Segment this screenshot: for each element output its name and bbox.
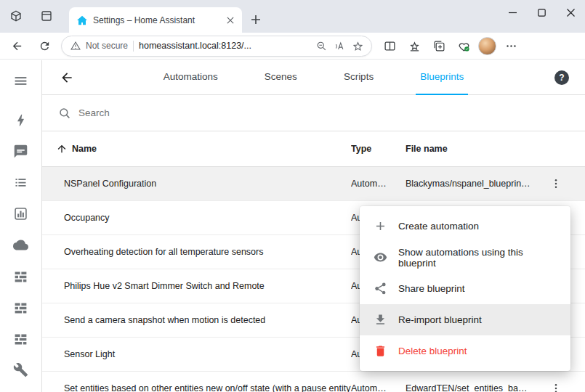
row-name: Send a camera snapshot when motion is de…: [42, 315, 351, 325]
developer-tools-icon[interactable]: [7, 355, 36, 384]
app-back-icon[interactable]: [57, 68, 77, 88]
help-icon[interactable]: ?: [554, 70, 569, 85]
toolbar-right: [379, 36, 521, 56]
history-icon[interactable]: [7, 199, 36, 228]
browser-toolbar: Not secure homeassistant.local:8123/...: [0, 33, 585, 60]
tab-scenes[interactable]: Scenes: [260, 60, 302, 95]
browser-essentials-icon[interactable]: [453, 36, 474, 56]
tab-blueprints[interactable]: Blueprints: [416, 60, 468, 95]
browser-window: Settings – Home Assistant: [0, 0, 585, 392]
column-type-label: Type: [351, 144, 371, 154]
tab-actions-icon[interactable]: [38, 7, 55, 25]
row-overflow-menu-icon[interactable]: [547, 175, 565, 192]
menu-item-label: Re-import blueprint: [398, 314, 482, 325]
todo-list-icon[interactable]: [7, 168, 36, 197]
security-label[interactable]: Not secure: [86, 41, 128, 51]
back-icon[interactable]: [6, 35, 28, 57]
table-row[interactable]: NSPanel Configuration Autom… Blackymas/n…: [42, 167, 585, 201]
menu-item-show-automations[interactable]: Show automations using this blueprint: [360, 242, 570, 273]
table-row[interactable]: Set entities based on other entities new…: [42, 372, 585, 392]
search-icon: [58, 107, 71, 120]
tab-automations-label: Automations: [164, 71, 218, 82]
refresh-icon[interactable]: [33, 35, 55, 57]
tab-scripts[interactable]: Scripts: [339, 60, 378, 95]
not-secure-warning-icon: [70, 41, 81, 51]
workspaces-icon[interactable]: [7, 7, 25, 25]
cloud-icon[interactable]: [7, 230, 36, 259]
row-file: Blackymas/nspanel_blueprin…: [406, 179, 540, 189]
url-text[interactable]: homeassistant.local:8123/...: [139, 41, 310, 51]
tab-close-icon[interactable]: [225, 15, 236, 26]
column-name-label: Name: [72, 144, 97, 154]
eye-icon: [373, 250, 387, 265]
menu-item-share-blueprint[interactable]: Share blueprint: [360, 273, 570, 304]
search-row: [42, 95, 585, 131]
zoom-icon[interactable]: [315, 39, 328, 52]
settings-automations-header: Automations Scenes Scripts Blueprints ?: [42, 60, 585, 95]
menu-item-label: Create automation: [398, 221, 479, 232]
favorite-star-icon[interactable]: [351, 39, 364, 52]
table-header: Name Type File name: [42, 131, 585, 167]
plus-icon: [373, 219, 387, 234]
blueprint-context-menu: Create automation Show automations using…: [360, 206, 570, 371]
row-name: Overheating detection for all temperatur…: [42, 247, 351, 257]
menu-item-create-automation[interactable]: Create automation: [360, 211, 570, 242]
profile-avatar[interactable]: [478, 37, 496, 55]
row-name: Sensor Light: [42, 349, 351, 359]
tab-scenes-label: Scenes: [265, 71, 297, 82]
row-type: Autom…: [351, 179, 406, 189]
row-name: NSPanel Configuration: [42, 179, 351, 189]
omnibox-divider: [133, 41, 134, 52]
dashboard-bricks-icon[interactable]: [7, 261, 36, 290]
settings-menu-icon[interactable]: [501, 36, 521, 56]
row-type: Autom…: [351, 383, 406, 392]
ha-sidebar: [0, 60, 42, 392]
favorites-icon[interactable]: [404, 36, 424, 56]
column-file[interactable]: File name: [406, 144, 540, 154]
tab-automations[interactable]: Automations: [159, 60, 222, 95]
section-tabs: Automations Scenes Scripts Blueprints: [159, 60, 468, 95]
tab-title: Settings – Home Assistant: [93, 15, 219, 25]
window-controls: [498, 0, 585, 25]
home-assistant-favicon: [76, 15, 88, 26]
menu-item-delete-blueprint[interactable]: Delete blueprint: [360, 335, 570, 367]
read-aloud-icon[interactable]: [333, 39, 346, 52]
new-tab-button[interactable]: [249, 12, 263, 27]
row-name: Occupancy: [42, 213, 351, 223]
menu-item-reimport-blueprint[interactable]: Re-import blueprint: [360, 304, 570, 335]
minimize-button[interactable]: [498, 0, 527, 25]
energy-icon[interactable]: [7, 105, 36, 134]
delete-icon: [373, 344, 387, 359]
close-window-button[interactable]: [556, 0, 585, 25]
column-type[interactable]: Type: [351, 144, 406, 154]
sort-ascending-icon: [56, 143, 68, 155]
collections-icon[interactable]: [429, 36, 449, 56]
column-file-label: File name: [406, 144, 448, 154]
search-input[interactable]: [78, 107, 585, 118]
tab-scripts-label: Scripts: [344, 71, 374, 82]
menu-item-label: Delete blueprint: [398, 346, 467, 356]
menu-icon[interactable]: [7, 66, 36, 95]
browser-titlebar: Settings – Home Assistant: [0, 0, 585, 33]
download-icon: [373, 313, 387, 327]
browser-tab[interactable]: Settings – Home Assistant: [69, 7, 242, 33]
dashboard-bricks-icon-3[interactable]: [7, 324, 36, 353]
logbook-icon[interactable]: [7, 136, 36, 166]
row-name: Set entities based on other entities new…: [42, 383, 351, 392]
column-name[interactable]: Name: [42, 143, 351, 155]
maximize-button[interactable]: [527, 0, 556, 25]
tab-blueprints-label: Blueprints: [420, 71, 464, 82]
row-name: Philips Hue v2 Smart Dimmer Switch and R…: [42, 281, 351, 291]
menu-item-label: Share blueprint: [398, 283, 465, 294]
dashboard-bricks-icon-2[interactable]: [7, 293, 36, 322]
split-screen-icon[interactable]: [379, 36, 400, 56]
row-overflow-menu-icon[interactable]: [547, 380, 565, 392]
menu-item-label: Show automations using this blueprint: [398, 247, 559, 269]
row-file: EdwardTEN/set_entities_ba…: [406, 383, 540, 392]
address-bar[interactable]: Not secure homeassistant.local:8123/...: [61, 36, 372, 57]
share-icon: [373, 282, 387, 296]
